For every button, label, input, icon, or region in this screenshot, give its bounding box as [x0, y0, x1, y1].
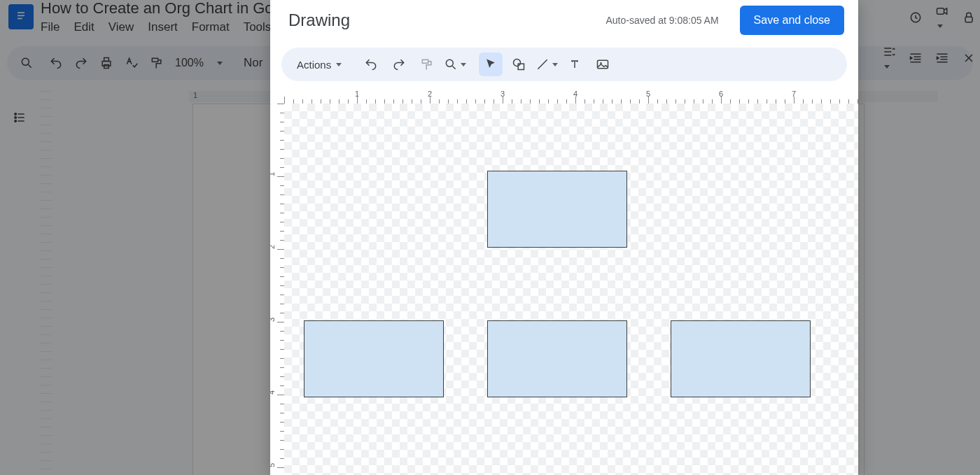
paragraph-style-dropdown[interactable]: Nor	[244, 56, 262, 70]
docs-vertical-ruler	[39, 91, 52, 475]
spellcheck-icon[interactable]	[125, 56, 139, 70]
hruler-label: 1	[355, 91, 359, 98]
hruler-label: 7	[792, 91, 796, 98]
document-title[interactable]: How to Create an Org Chart in Go	[41, 0, 274, 17]
svg-rect-4	[937, 8, 944, 14]
vruler-label: 3	[270, 318, 276, 322]
menu-insert[interactable]: Insert	[148, 20, 178, 34]
svg-rect-9	[104, 65, 109, 69]
undo-icon[interactable]	[49, 56, 63, 70]
hruler-label: 3	[500, 91, 505, 98]
chevron-down-icon	[552, 63, 558, 66]
zoom-button[interactable]	[443, 52, 467, 76]
svg-point-6	[22, 58, 29, 65]
hruler-label: 4	[573, 91, 578, 98]
svg-point-15	[447, 59, 454, 66]
chevron-down-icon	[336, 63, 342, 66]
svg-rect-1	[18, 15, 24, 17]
shape-rectangle[interactable]	[487, 171, 627, 248]
svg-point-16	[514, 59, 521, 66]
drawing-horizontal-ruler[interactable]: 1234567	[284, 91, 858, 104]
svg-rect-0	[18, 12, 24, 13]
paint-format-icon[interactable]	[150, 56, 164, 70]
zoom-level[interactable]: 100%	[175, 57, 204, 69]
drawing-dialog-header: Drawing Auto-saved at 9:08:05 AM Save an…	[270, 0, 858, 42]
redo-button[interactable]	[387, 52, 411, 76]
docs-logo-icon[interactable]	[8, 4, 34, 29]
vruler-label: 1	[270, 172, 276, 176]
svg-point-11	[15, 113, 17, 115]
vruler-label: 2	[270, 245, 276, 249]
search-icon[interactable]	[20, 56, 34, 70]
menu-view[interactable]: View	[108, 20, 134, 34]
menu-edit[interactable]: Edit	[74, 20, 94, 34]
autosave-status: Auto-saved at 9:08:05 AM	[606, 15, 718, 26]
vruler-label: 4	[270, 390, 276, 395]
paint-format-button[interactable]	[415, 52, 439, 76]
drawing-canvas-area: 1234567 12345	[270, 91, 858, 475]
video-call-icon[interactable]	[935, 4, 949, 31]
svg-point-13	[15, 120, 17, 122]
line-spacing-icon[interactable]	[882, 45, 896, 71]
indent-decrease-icon[interactable]	[909, 51, 923, 65]
menu-file[interactable]: File	[41, 20, 59, 34]
shape-rectangle[interactable]	[487, 320, 627, 397]
save-and-close-button[interactable]: Save and close	[740, 6, 844, 35]
shape-rectangle[interactable]	[671, 320, 811, 397]
outline-icon[interactable]	[13, 111, 27, 125]
svg-rect-8	[104, 58, 109, 62]
indent-increase-icon[interactable]	[935, 51, 949, 65]
drawing-canvas[interactable]	[284, 104, 858, 475]
actions-menu-button[interactable]: Actions	[291, 56, 347, 73]
image-button[interactable]	[591, 52, 615, 76]
svg-rect-10	[152, 58, 158, 62]
drawing-vertical-ruler[interactable]: 12345	[270, 104, 284, 475]
hruler-label: 2	[428, 91, 432, 98]
history-icon[interactable]	[909, 10, 923, 24]
drawing-dialog-title: Drawing	[288, 10, 350, 30]
shape-tool-button[interactable]	[507, 52, 531, 76]
docs-outline-panel	[0, 91, 39, 475]
svg-rect-18	[598, 60, 608, 69]
svg-rect-2	[18, 18, 22, 20]
vruler-label: 5	[270, 463, 276, 467]
docs-right-cluster	[909, 4, 976, 31]
svg-rect-5	[965, 17, 972, 22]
text-box-button[interactable]	[563, 52, 587, 76]
select-tool-button[interactable]	[479, 52, 503, 76]
lock-icon[interactable]	[962, 10, 976, 24]
hruler-label: 5	[646, 91, 650, 98]
svg-rect-14	[423, 59, 428, 63]
clear-formatting-icon[interactable]	[962, 51, 976, 65]
docs-right-toolbar	[882, 45, 976, 71]
drawing-dialog: Drawing Auto-saved at 9:08:05 AM Save an…	[270, 0, 858, 475]
print-icon[interactable]	[99, 56, 113, 70]
actions-label: Actions	[297, 59, 331, 71]
svg-point-12	[15, 117, 17, 119]
docs-menubar: FileEditViewInsertFormatTools	[41, 20, 274, 34]
undo-button[interactable]	[359, 52, 383, 76]
menu-format[interactable]: Format	[192, 20, 230, 34]
drawing-toolbar: Actions	[281, 48, 847, 81]
shape-rectangle[interactable]	[304, 320, 444, 397]
chevron-down-icon	[461, 63, 466, 66]
redo-icon[interactable]	[74, 56, 88, 70]
menu-tools[interactable]: Tools	[244, 20, 272, 34]
ruler-tick-label: 1	[193, 91, 197, 99]
zoom-dropdown-icon[interactable]	[217, 62, 223, 65]
line-tool-button[interactable]	[535, 52, 559, 76]
svg-rect-17	[518, 64, 524, 69]
hruler-label: 6	[719, 91, 723, 98]
